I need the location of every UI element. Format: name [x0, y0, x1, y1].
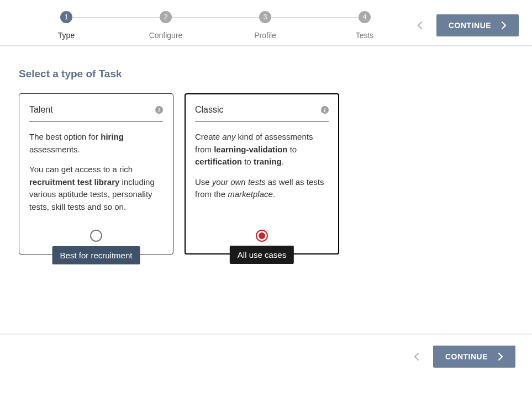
radio-talent[interactable] [90, 230, 102, 242]
card-paragraph: The best option for hiring assessments. [29, 131, 163, 156]
card-body: The best option for hiring assessments. … [29, 131, 163, 213]
chevron-right-icon [501, 21, 507, 30]
radio-classic[interactable] [256, 230, 268, 242]
step-configure[interactable]: 2 Configure [116, 11, 215, 40]
step-connector [265, 17, 365, 18]
continue-label: CONTINUE [445, 352, 488, 361]
content-area: Select a type of Task Talent i The best … [0, 46, 532, 333]
step-connector [66, 17, 166, 18]
step-tests[interactable]: 4 Tests [315, 11, 414, 40]
card-tag: Best for recruitment [52, 246, 140, 264]
task-type-cards: Talent i The best option for hiring asse… [19, 93, 513, 254]
card-paragraph: You can get access to a rich recruitment… [29, 163, 163, 213]
back-button[interactable] [414, 20, 425, 31]
card-talent[interactable]: Talent i The best option for hiring asse… [19, 93, 173, 254]
card-title: Classic [195, 105, 224, 115]
step-profile[interactable]: 3 Profile [215, 11, 315, 40]
step-label: Tests [356, 31, 374, 40]
step-label: Type [58, 31, 75, 40]
step-number: 4 [359, 11, 371, 23]
card-tag: All use cases [230, 246, 294, 264]
card-paragraph: Create any kind of assessments from lear… [195, 131, 329, 168]
card-header: Classic i [195, 105, 329, 122]
step-type[interactable]: 1 Type [17, 11, 116, 40]
back-button-bottom[interactable] [411, 351, 422, 362]
step-number: 1 [60, 11, 72, 23]
card-classic[interactable]: Classic i Create any kind of assessments… [185, 93, 339, 254]
header-actions: CONTINUE [414, 14, 519, 36]
radio-wrap [195, 230, 329, 242]
info-icon[interactable]: i [155, 106, 163, 114]
section-title: Select a type of Task [19, 68, 513, 80]
continue-label: CONTINUE [449, 21, 491, 30]
chevron-left-icon [414, 352, 419, 361]
continue-button-bottom[interactable]: CONTINUE [433, 346, 515, 368]
card-paragraph: Use your own tests as well as tests from… [195, 176, 329, 201]
step-label: Profile [254, 31, 276, 40]
info-icon[interactable]: i [321, 106, 329, 114]
step-number: 3 [259, 11, 271, 23]
stepper: 1 Type 2 Configure 3 Profile 4 Tests [17, 11, 414, 40]
header-bar: 1 Type 2 Configure 3 Profile 4 Tests CON… [0, 0, 532, 46]
step-label: Configure [149, 31, 183, 40]
continue-button-top[interactable]: CONTINUE [436, 14, 519, 36]
card-header: Talent i [29, 105, 163, 122]
chevron-right-icon [498, 352, 503, 361]
footer-bar: CONTINUE [0, 334, 532, 379]
step-connector [166, 17, 265, 18]
chevron-left-icon [417, 21, 423, 30]
step-number: 2 [160, 11, 172, 23]
card-body: Create any kind of assessments from lear… [195, 131, 329, 213]
card-title: Talent [29, 105, 53, 115]
radio-wrap [29, 230, 163, 242]
